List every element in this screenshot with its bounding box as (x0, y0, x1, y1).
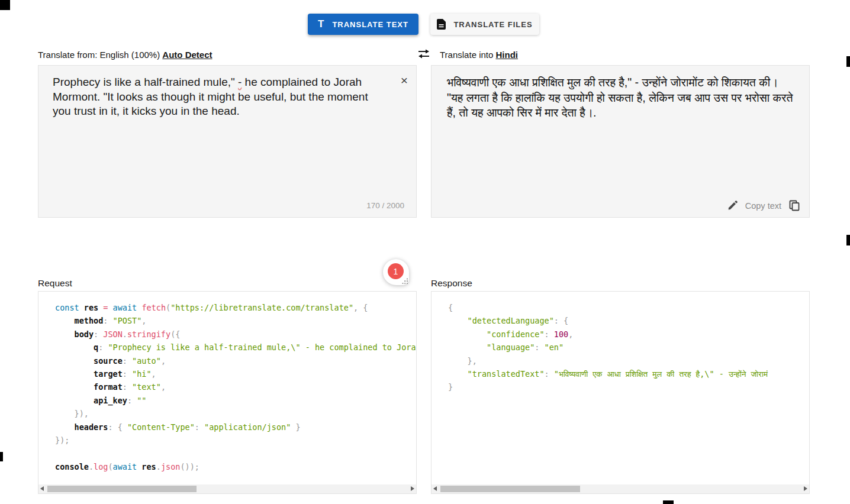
source-header-text: Translate from: English (100%) (38, 50, 162, 60)
response-code: { "detectedLanguage": { "confidence": 10… (448, 301, 809, 394)
translation-output-panel: भविष्यवाणी एक आधा प्रशिक्षित मुल की तरह … (431, 65, 810, 218)
clear-text-icon[interactable]: × (401, 74, 408, 86)
edit-pencil-icon[interactable] (727, 201, 738, 211)
scroll-left-arrow[interactable] (40, 486, 44, 491)
copy-text-label: Copy text (745, 201, 781, 211)
request-horizontal-scrollbar[interactable] (38, 484, 416, 493)
edge-marker (846, 235, 850, 245)
edge-marker (0, 452, 3, 461)
mode-tabbar: T TRANSLATE TEXT TRANSLATE FILES (308, 14, 539, 35)
edge-marker (0, 0, 10, 10)
copy-icon[interactable] (789, 200, 800, 211)
scroll-left-arrow[interactable] (433, 486, 437, 491)
translation-actions: Copy text (727, 200, 800, 211)
swap-languages-icon[interactable] (417, 48, 431, 60)
drag-grip-icon (401, 277, 408, 285)
edge-marker (846, 56, 850, 67)
tab-translate-files-label: TRANSLATE FILES (453, 20, 532, 29)
char-counter: 170 / 2000 (366, 201, 404, 210)
file-icon (437, 19, 446, 30)
request-section-title: Request (38, 278, 72, 289)
tab-translate-files[interactable]: TRANSLATE FILES (430, 14, 539, 35)
scroll-right-arrow[interactable] (804, 486, 807, 491)
notification-badge: 1 (388, 263, 404, 279)
source-text-part1: Prophecy is like a half-trained mule," (53, 76, 238, 88)
tab-translate-text[interactable]: T TRANSLATE TEXT (308, 14, 418, 35)
source-language-header: Translate from: English (100%) Auto Dete… (38, 50, 213, 60)
feedback-widget[interactable]: 1 (383, 259, 409, 285)
target-header-text: Translate into (440, 50, 496, 60)
scrollbar-thumb[interactable] (440, 486, 580, 492)
scrollbar-thumb[interactable] (47, 486, 197, 492)
request-code: const res = await fetch("https://libretr… (55, 301, 416, 473)
scroll-right-arrow[interactable] (411, 486, 414, 491)
text-icon: T (318, 18, 324, 30)
response-code-panel: { "detectedLanguage": { "confidence": 10… (431, 291, 810, 494)
request-code-panel: const res = await fetch("https://libretr… (38, 291, 417, 494)
translated-text: भविष्यवाणी एक आधा प्रशिक्षित मुल की तरह … (447, 75, 794, 121)
target-language-link[interactable]: Hindi (496, 50, 519, 60)
tab-translate-text-label: TRANSLATE TEXT (332, 20, 408, 29)
auto-detect-link[interactable]: Auto Detect (162, 50, 212, 60)
target-language-header: Translate into Hindi (440, 50, 518, 60)
response-section-title: Response (431, 278, 472, 289)
response-horizontal-scrollbar[interactable] (432, 484, 809, 493)
edge-marker (663, 500, 674, 504)
source-text-panel[interactable]: Prophecy is like a half-trained mule," -… (38, 65, 417, 218)
source-text[interactable]: Prophecy is like a half-trained mule," -… (53, 75, 389, 119)
